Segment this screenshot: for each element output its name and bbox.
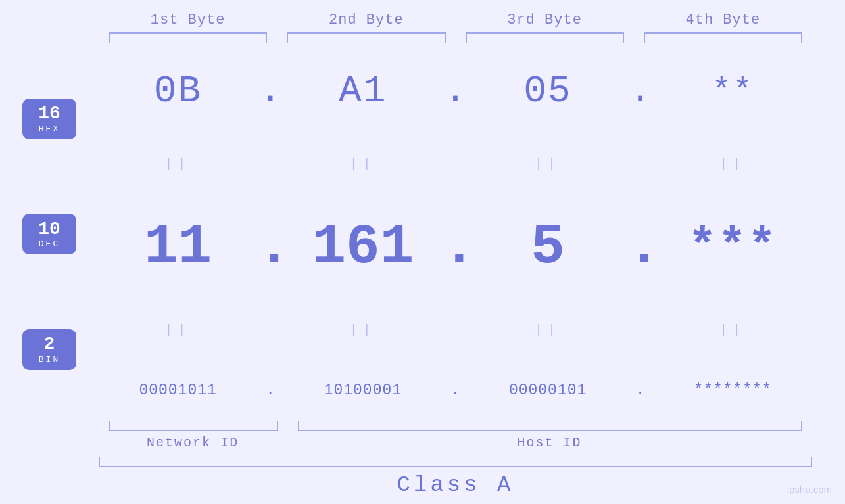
main-layout: 1st Byte 2nd Byte 3rd Byte 4th Byte 16 H… [0,0,845,504]
bottom-section: Network ID Host ID Class A [99,421,812,497]
eq-1-1: || [99,156,257,172]
byte-label-1: 1st Byte [99,12,277,28]
bin-val-2: 10100001 [283,382,442,399]
dec-val-3: 5 [469,215,627,279]
eq-2-1: || [99,323,257,338]
hex-val-2: A1 [283,70,442,112]
top-bracket-2 [287,32,445,43]
id-labels-row: Network ID Host ID [99,435,812,450]
dot-bin-1: . [257,382,283,399]
eq-2-2: || [283,323,442,338]
right-content: 0B . A1 . 05 . ** || || || || 11 [99,48,812,421]
hex-val-3: 05 [469,70,627,112]
dot-hex-1: . [257,70,283,112]
host-id-label: Host ID [297,435,802,450]
top-bracket-1 [109,32,267,43]
dot-bin-3: . [627,382,654,399]
full-bottom-bracket [99,457,812,467]
bin-val-3: 00000101 [469,382,627,399]
dot-bin-2: . [443,382,469,399]
hex-row: 0B . A1 . 05 . ** [99,70,812,112]
dot-hex-2: . [443,70,469,112]
hex-val-4: ** [654,72,812,110]
network-id-label: Network ID [109,435,277,450]
dot-dec-1: . [257,215,283,279]
hex-val-1: 0B [99,70,257,112]
top-brackets-row [99,32,812,43]
dot-dec-2: . [443,215,469,279]
main-rows: 16 HEX 10 DEC 2 BIN 0B . A1 . 05 . ** [0,48,845,421]
dot-dec-3: . [627,215,654,279]
host-bracket [298,421,802,431]
eq-1-4: || [654,156,812,172]
bin-val-4: ******** [654,382,812,399]
bin-row: 00001011 . 10100001 . 00000101 . *******… [99,382,812,399]
bottom-brackets-row [99,421,812,431]
dec-badge-name: DEC [39,239,60,249]
eq-row-2: || || || || [99,323,812,338]
top-bracket-4 [644,32,802,43]
byte-label-4: 4th Byte [634,12,812,28]
byte-label-2: 2nd Byte [277,12,455,28]
eq-2-3: || [469,323,627,338]
bin-val-1: 00001011 [99,382,257,399]
top-bracket-3 [466,32,624,43]
class-label: Class A [99,472,812,497]
hex-badge: 16 HEX [22,99,76,139]
dot-hex-3: . [627,70,654,112]
base-badges: 16 HEX 10 DEC 2 BIN [0,48,99,421]
eq-row-1: || || || || [99,156,812,172]
dec-badge-num: 10 [38,219,60,240]
bin-badge-name: BIN [39,355,60,365]
byte-label-3: 3rd Byte [456,12,634,28]
hex-badge-name: HEX [39,124,60,134]
dec-val-4: *** [654,220,812,274]
byte-labels-row: 1st Byte 2nd Byte 3rd Byte 4th Byte [99,12,812,28]
eq-1-2: || [283,156,442,172]
dec-badge: 10 DEC [22,214,76,254]
dec-row: 11 . 161 . 5 . *** [99,215,812,279]
watermark: ipshu.com [787,484,832,495]
eq-1-3: || [469,156,627,172]
dec-val-1: 11 [99,215,257,279]
dec-val-2: 161 [283,215,442,279]
eq-2-4: || [654,323,812,338]
hex-badge-num: 16 [38,104,60,124]
network-bracket [109,421,278,431]
bin-badge-num: 2 [44,334,55,355]
bin-badge: 2 BIN [22,329,76,370]
